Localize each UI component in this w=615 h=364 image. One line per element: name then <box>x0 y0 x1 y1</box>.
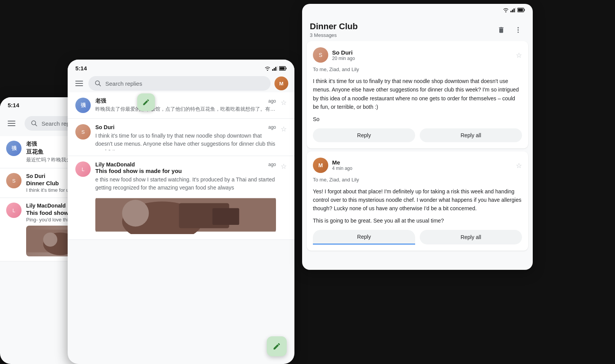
tablet-content-lily: Lily MacDonald ago This food show is mad… <box>95 161 276 234</box>
tablet-preview-lily: e this new food show I started watching.… <box>95 176 276 192</box>
tablet-content-soduri: So Duri ago I think it's time for us to … <box>95 124 276 150</box>
tablet-content-laoqiang: 老强 ago 昨晚我去了你最爱的那家饭馆，点了他们的特色豆花鱼，吃着吃着就想你了… <box>95 98 276 113</box>
msg-sender-info-soduri: S So Duri 20 min ago <box>313 47 355 63</box>
avatar-soduri: S <box>6 173 22 188</box>
tablet-header-laoqiang: 老强 ago <box>95 98 276 105</box>
more-button[interactable] <box>511 23 525 37</box>
tablet-battery-icon <box>279 66 287 71</box>
reply-button-soduri[interactable]: Reply <box>313 128 415 142</box>
tablet-list-item-laoqiang[interactable]: 强 老强 ago 昨晚我去了你最爱的那家饭馆，点了他们的特色豆花鱼，吃着吃着就想… <box>68 92 294 119</box>
msg-avatar-me: M <box>313 158 328 173</box>
menu-button[interactable] <box>6 119 17 128</box>
msg-sender-details-soduri: So Duri 20 min ago <box>332 49 355 61</box>
thread-info: Dinner Club 3 Messages <box>310 22 358 38</box>
background-compose-fab[interactable] <box>137 93 155 111</box>
desktop-battery-icon <box>517 8 525 12</box>
tablet-menu-button[interactable] <box>74 79 85 88</box>
tablet-list-item-soduri[interactable]: S So Duri ago I think it's time for us t… <box>68 119 294 156</box>
tablet-avatar-lily: L <box>75 161 91 177</box>
tablet-header-lily: Lily MacDonald ago <box>95 161 276 168</box>
svg-rect-31 <box>515 8 516 12</box>
reply-button-me[interactable]: Reply <box>313 230 415 244</box>
svg-point-26 <box>122 200 149 227</box>
msg-sender-info-me: M Me 4 min ago <box>313 158 352 173</box>
message-card-me: M Me 4 min ago ☆ To me, Ziad, and Lily Y… <box>307 151 528 251</box>
svg-rect-15 <box>274 68 275 71</box>
tablet-star-soduri[interactable]: ☆ <box>281 125 287 133</box>
more-icon <box>514 26 522 34</box>
tablet-avatar-soduri: S <box>75 124 91 140</box>
svg-rect-27 <box>213 208 239 225</box>
reply-buttons-me: Reply Reply all <box>313 230 522 244</box>
desktop-panel: Dinner Club 3 Messages S So Duri 20 min … <box>302 4 533 270</box>
tablet-search-bar[interactable]: Search replies <box>88 76 271 91</box>
msg-star-me[interactable]: ☆ <box>516 161 522 170</box>
svg-line-8 <box>35 125 37 126</box>
search-icon <box>31 120 38 127</box>
tablet-preview-soduri: I think it's time for us to finally try … <box>95 132 276 150</box>
tablet-list-item-lily[interactable]: L Lily MacDonald ago This food show is m… <box>68 156 294 240</box>
message-card-soduri: S So Duri 20 min ago ☆ To me, Ziad, and … <box>307 41 528 148</box>
background-compose-icon <box>142 98 150 106</box>
trash-icon <box>497 26 505 34</box>
reply-all-button-me[interactable]: Reply all <box>420 230 522 244</box>
messages-scroll-area[interactable]: S So Duri 20 min ago ☆ To me, Ziad, and … <box>302 41 533 270</box>
msg-sender-name-soduri: So Duri <box>332 49 355 56</box>
tablet-header-soduri: So Duri ago <box>95 124 276 130</box>
desktop-signal-icon <box>510 8 516 12</box>
tablet-search-icon <box>95 80 101 87</box>
desktop-wifi-icon <box>503 8 509 12</box>
tablet-star-laoqiang[interactable]: ☆ <box>281 98 287 107</box>
tablet-status-icons <box>264 66 287 71</box>
svg-rect-14 <box>272 69 273 71</box>
svg-rect-16 <box>275 67 276 71</box>
msg-body-soduri: I think it's time for us to finally try … <box>313 77 522 111</box>
msg-to-me: To me, Ziad, and Lily <box>313 177 522 183</box>
svg-point-35 <box>517 27 519 28</box>
msg-star-soduri[interactable]: ☆ <box>516 51 522 60</box>
svg-rect-19 <box>286 68 287 69</box>
svg-rect-20 <box>280 67 285 70</box>
svg-rect-34 <box>518 9 523 12</box>
desktop-action-buttons <box>494 23 525 37</box>
msg-body2-me: This is going to be great. See you all a… <box>313 218 522 224</box>
thread-title: Dinner Club <box>310 22 358 32</box>
msg-sender-time-me: 4 min ago <box>332 166 352 171</box>
tablet-compose-icon <box>273 342 281 351</box>
tablet-subject-lily: This food show is made for you <box>95 168 276 174</box>
tablet-mid: 5:14 Search replies M 强 老强 ago <box>68 60 294 364</box>
tablet-message-list: 强 老强 ago 昨晚我去了你最爱的那家饭馆，点了他们的特色豆花鱼，吃着吃着就想… <box>68 92 294 240</box>
svg-point-37 <box>517 32 519 33</box>
reply-all-button-soduri[interactable]: Reply all <box>420 128 522 142</box>
svg-rect-29 <box>512 10 513 12</box>
tablet-search-placeholder: Search replies <box>105 80 264 87</box>
svg-line-22 <box>99 85 101 86</box>
desktop-thread-header: Dinner Club 3 Messages <box>302 15 533 41</box>
trash-button[interactable] <box>494 23 508 37</box>
tablet-wifi-icon <box>264 66 271 71</box>
svg-point-36 <box>517 29 519 30</box>
msg-header-soduri: S So Duri 20 min ago ☆ <box>313 47 522 63</box>
sender-name-laoqiang: 老强 <box>26 141 37 148</box>
svg-rect-33 <box>524 9 525 11</box>
msg-sign-soduri: So <box>313 116 522 122</box>
reply-buttons-soduri: Reply Reply all <box>313 128 522 142</box>
tablet-user-avatar[interactable]: M <box>274 76 288 90</box>
tablet-status-bar: 5:14 <box>68 60 294 75</box>
phone1-time: 5:14 <box>8 102 19 108</box>
msg-sender-name-me: Me <box>332 159 352 166</box>
sender-name-lily: Lily MacDonald <box>26 203 66 209</box>
msg-to-soduri: To me, Ziad, and Lily <box>313 66 522 72</box>
msg-body-me: Yes! I forgot about that place! I'm defi… <box>313 187 522 213</box>
avatar-lily: L <box>6 203 22 218</box>
svg-rect-30 <box>514 8 515 12</box>
tablet-avatar-laoqiang: 强 <box>75 98 91 113</box>
tablet-compose-fab[interactable] <box>267 336 287 356</box>
msg-avatar-soduri: S <box>313 47 328 63</box>
thread-count: 3 Messages <box>310 32 358 38</box>
tablet-time-lily: ago <box>268 162 276 167</box>
tablet-star-lily[interactable]: ☆ <box>281 162 287 171</box>
msg-header-me: M Me 4 min ago ☆ <box>313 158 522 173</box>
tablet-thumbnail-lily <box>95 196 276 234</box>
tablet-sender-laoqiang: 老强 <box>95 98 106 105</box>
